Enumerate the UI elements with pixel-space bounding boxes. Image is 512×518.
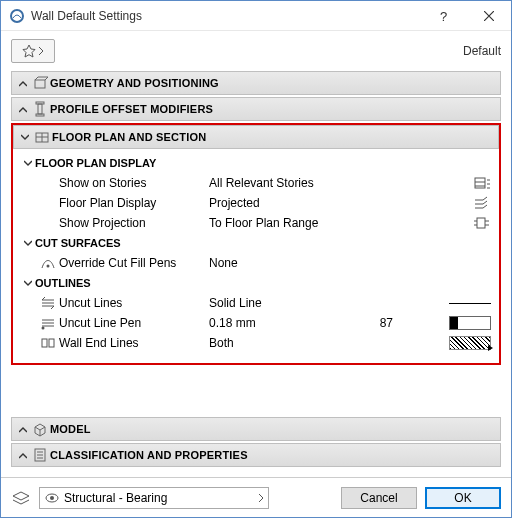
svg-rect-2 (35, 80, 45, 88)
geometry-icon (30, 75, 50, 91)
sub-cut-surfaces-label: CUT SURFACES (35, 237, 121, 249)
chevron-right-icon (16, 105, 30, 113)
dialog-body: Default GEOMETRY AND POSITIONING PROFILE… (1, 31, 511, 477)
label: Floor Plan Display (59, 196, 209, 210)
svg-text:?: ? (440, 9, 447, 23)
dialog-window: Wall Default Settings ? Default GEOMETRY… (0, 0, 512, 518)
label: Override Cut Fill Pens (59, 256, 209, 270)
group-floorplan[interactable]: FLOOR PLAN AND SECTION (13, 125, 499, 149)
sub-outlines[interactable]: OUTLINES (17, 273, 495, 293)
row-floor-plan-display[interactable]: Floor Plan Display Projected (17, 193, 495, 213)
chevron-right-icon (16, 425, 30, 433)
value: All Relevant Stories (209, 176, 359, 190)
label: Show on Stories (59, 176, 209, 190)
top-toolbar: Default (11, 37, 501, 65)
line-pen-icon (37, 316, 59, 330)
chevron-down-icon (18, 133, 32, 141)
chevron-right-icon (16, 79, 30, 87)
value: Solid Line (209, 296, 359, 310)
plan-icon (32, 129, 52, 145)
group-floorplan-label: FLOOR PLAN AND SECTION (52, 131, 206, 143)
svg-point-15 (50, 496, 54, 500)
ok-label: OK (454, 491, 471, 505)
list-icon (30, 447, 50, 463)
value: None (209, 256, 359, 270)
chevron-right-icon (38, 46, 44, 56)
default-label: Default (463, 44, 501, 58)
range-icon (445, 216, 495, 230)
svg-point-9 (47, 265, 50, 268)
value: Both (209, 336, 359, 350)
group-geometry[interactable]: GEOMETRY AND POSITIONING (11, 71, 501, 95)
ok-button[interactable]: OK (425, 487, 501, 509)
svg-rect-4 (38, 104, 42, 114)
chevron-down-icon (21, 279, 35, 287)
app-icon (9, 8, 25, 24)
group-profile[interactable]: PROFILE OFFSET MODIFIERS (11, 97, 501, 121)
footer: Structural - Bearing Cancel OK (1, 477, 511, 517)
row-uncut-lines[interactable]: Uncut Lines Solid Line (17, 293, 495, 313)
value: To Floor Plan Range (209, 216, 359, 230)
svg-rect-5 (36, 114, 44, 116)
chevron-right-icon (258, 493, 264, 503)
stories-icon (445, 176, 495, 190)
chevron-right-icon (16, 451, 30, 459)
value: Projected (209, 196, 359, 210)
cancel-label: Cancel (360, 491, 397, 505)
group-model-label: MODEL (50, 423, 91, 435)
svg-point-0 (11, 10, 23, 22)
row-wall-end-lines[interactable]: Wall End Lines Both (17, 333, 495, 353)
row-show-projection[interactable]: Show Projection To Floor Plan Range (17, 213, 495, 233)
svg-rect-8 (477, 218, 485, 228)
spacer (11, 371, 501, 417)
label: Wall End Lines (59, 336, 209, 350)
projected-icon (445, 196, 495, 210)
svg-point-10 (42, 327, 45, 330)
line-preview (445, 296, 495, 310)
group-model[interactable]: MODEL (11, 417, 501, 441)
sub-floor-plan-display-label: FLOOR PLAN DISPLAY (35, 157, 156, 169)
chevron-down-icon (21, 239, 35, 247)
line-type-icon (37, 296, 59, 310)
row-override-cut-fill[interactable]: Override Cut Fill Pens None (17, 253, 495, 273)
wall-end-icon (37, 336, 59, 350)
favorites-button[interactable] (11, 39, 55, 63)
value: 0.18 mm (209, 316, 359, 330)
chevron-down-icon (21, 159, 35, 167)
layer-combo[interactable]: Structural - Bearing (39, 487, 269, 509)
group-profile-label: PROFILE OFFSET MODIFIERS (50, 103, 213, 115)
pen-icon (37, 256, 59, 270)
sub-floor-plan-display[interactable]: FLOOR PLAN DISPLAY (17, 153, 495, 173)
titlebar: Wall Default Settings ? (1, 1, 511, 31)
svg-rect-11 (42, 339, 47, 347)
row-show-on-stories[interactable]: Show on Stories All Relevant Stories (17, 173, 495, 193)
window-title: Wall Default Settings (31, 9, 423, 23)
group-geometry-label: GEOMETRY AND POSITIONING (50, 77, 219, 89)
layer-name: Structural - Bearing (64, 491, 167, 505)
pen-preview (445, 316, 495, 330)
layers-icon (11, 490, 31, 506)
star-icon (22, 44, 36, 58)
column-icon (30, 101, 50, 117)
label: Uncut Lines (59, 296, 209, 310)
close-button[interactable] (467, 1, 511, 31)
sub-cut-surfaces[interactable]: CUT SURFACES (17, 233, 495, 253)
model-icon (30, 421, 50, 437)
pen-number: 87 (359, 316, 399, 330)
sub-outlines-label: OUTLINES (35, 277, 91, 289)
eye-icon (44, 493, 60, 503)
group-classification-label: CLASSIFICATION AND PROPERTIES (50, 449, 248, 461)
svg-rect-12 (49, 339, 54, 347)
label: Show Projection (59, 216, 209, 230)
highlight-box: FLOOR PLAN AND SECTION FLOOR PLAN DISPLA… (11, 123, 501, 365)
cancel-button[interactable]: Cancel (341, 487, 417, 509)
group-floorplan-body: FLOOR PLAN DISPLAY Show on Stories All R… (13, 151, 499, 357)
row-uncut-line-pen[interactable]: Uncut Line Pen 0.18 mm 87 (17, 313, 495, 333)
label: Uncut Line Pen (59, 316, 209, 330)
help-button[interactable]: ? (423, 1, 467, 31)
group-classification[interactable]: CLASSIFICATION AND PROPERTIES (11, 443, 501, 467)
hatch-preview (445, 336, 495, 350)
